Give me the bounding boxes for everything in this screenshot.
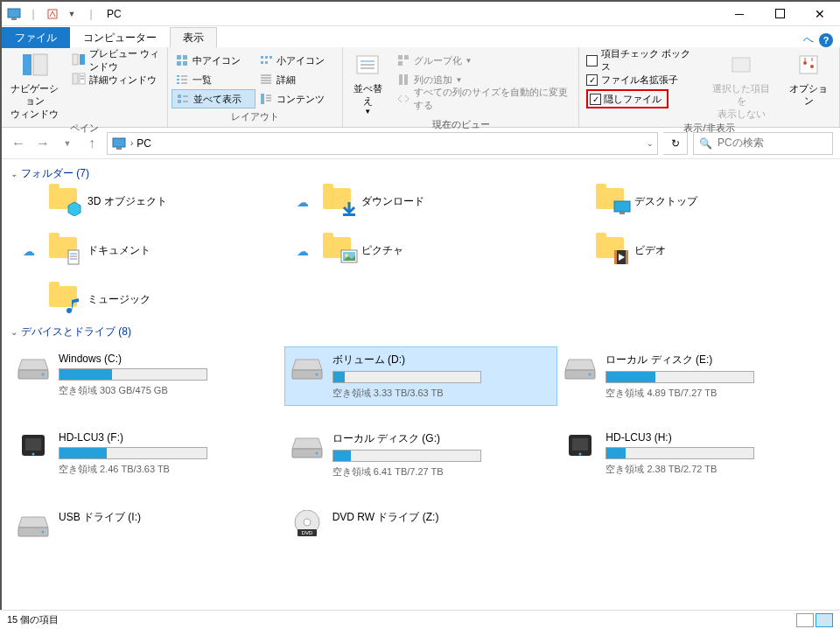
drive-usage-bar (59, 447, 207, 459)
svg-rect-21 (177, 75, 179, 77)
layout-content[interactable]: コンテンツ (256, 89, 340, 108)
svg-rect-22 (177, 79, 179, 80)
folder-item[interactable]: デスクトップ (557, 188, 831, 214)
tab-view[interactable]: 表示 (170, 27, 217, 48)
drive-name: ボリューム (D:) (332, 353, 550, 367)
status-bar: 15 個の項目 (1, 610, 840, 629)
preview-pane-button[interactable]: プレビュー ウィンドウ (68, 51, 164, 70)
svg-rect-81 (572, 438, 588, 451)
drive-freespace: 空き領域 2.38 TB/2.72 TB (606, 463, 823, 476)
folder-icon (323, 188, 354, 214)
details-pane-button[interactable]: 詳細ウィンドウ (68, 70, 164, 89)
search-placeholder: PCの検索 (718, 136, 764, 150)
file-extensions-toggle[interactable]: ✓ファイル名拡張子 (583, 70, 701, 89)
back-button[interactable]: ← (9, 134, 28, 153)
sort-by-button[interactable]: 並べ替え▼ (346, 51, 389, 118)
drive-icon (290, 353, 324, 381)
search-box[interactable]: 🔍 PCの検索 (693, 132, 833, 155)
drive-usage-bar (332, 450, 481, 462)
drive-item[interactable]: HD-LCU3 (H:)空き領域 2.38 TB/2.72 TB (557, 425, 831, 485)
drive-freespace: 空き領域 3.33 TB/3.63 TB (332, 387, 550, 400)
hide-selected-button: 選択した項目を 表示しない (704, 51, 778, 122)
folder-item[interactable]: ミュージック (10, 286, 284, 312)
svg-rect-13 (183, 55, 187, 59)
view-tiles-icon[interactable] (816, 613, 833, 627)
folder-name: ピクチャ (361, 243, 403, 258)
svg-rect-12 (177, 55, 181, 59)
qat-properties[interactable] (44, 5, 61, 23)
drive-name: ローカル ディスク (E:) (606, 353, 823, 367)
folder-item[interactable]: ☁ドキュメント (10, 237, 284, 263)
svg-rect-32 (178, 100, 181, 103)
svg-point-74 (589, 374, 592, 376)
svg-rect-17 (265, 56, 268, 59)
close-button[interactable]: ✕ (800, 2, 840, 26)
cloud-sync-icon: ☁ (297, 195, 309, 209)
title-bar: | ▼ | PC ─ ✕ (2, 2, 840, 26)
drive-icon: DVD (290, 510, 324, 538)
history-dropdown[interactable]: ▼ (58, 134, 77, 153)
layout-details[interactable]: 詳細 (256, 70, 340, 89)
minimize-button[interactable]: ─ (719, 2, 760, 26)
tab-computer[interactable]: コンピューター (70, 27, 170, 48)
layout-tiles[interactable]: 並べて表示 (172, 89, 256, 108)
qat-dropdown[interactable]: ▼ (63, 5, 80, 23)
drives-section-header[interactable]: ⌄デバイスとドライブ (8) (10, 325, 831, 339)
up-button[interactable]: ↑ (82, 134, 102, 153)
currentview-group-label: 現在のビュー (346, 118, 575, 133)
folders-section-header[interactable]: ⌄フォルダー (7) (10, 166, 831, 181)
svg-point-50 (803, 61, 807, 65)
svg-point-70 (42, 374, 45, 376)
drive-item[interactable]: ローカル ディスク (G:)空き領域 6.41 TB/7.27 TB (284, 425, 558, 485)
options-button[interactable]: オプション (781, 51, 836, 109)
layout-small-icons[interactable]: 小アイコン (256, 51, 340, 70)
svg-rect-8 (73, 73, 78, 84)
svg-rect-35 (261, 94, 264, 104)
refresh-button[interactable]: ↻ (663, 132, 688, 155)
svg-rect-49 (800, 56, 817, 73)
svg-rect-1 (11, 17, 17, 20)
drive-name: Windows (C:) (59, 353, 276, 365)
address-bar[interactable]: › PC ⌄ (107, 132, 658, 155)
svg-rect-57 (620, 212, 625, 214)
folder-item[interactable]: ビデオ (557, 237, 831, 263)
view-details-icon[interactable] (796, 613, 814, 627)
svg-rect-53 (116, 147, 122, 150)
tab-file[interactable]: ファイル (2, 27, 70, 48)
size-columns-button[interactable]: すべての列のサイズを自動的に変更する (393, 89, 575, 108)
svg-marker-54 (68, 202, 80, 216)
window-title: PC (107, 8, 122, 20)
drive-usage-bar (606, 371, 754, 383)
svg-point-77 (32, 453, 35, 456)
drive-item[interactable]: ローカル ディスク (E:)空き領域 4.89 TB/7.27 TB (557, 346, 831, 406)
collapse-ribbon-icon[interactable]: へ (803, 32, 814, 47)
svg-point-51 (810, 65, 814, 68)
drive-item[interactable]: Windows (C:)空き領域 303 GB/475 GB (10, 346, 284, 406)
drive-item[interactable]: DVDDVD RW ドライブ (Z:) (284, 504, 558, 544)
drive-item[interactable]: ボリューム (D:)空き領域 3.33 TB/3.63 TB (284, 346, 558, 406)
folder-item[interactable]: ☁ダウンロード (284, 188, 558, 214)
navigation-pane-button[interactable]: ナビゲーション ウィンドウ (5, 51, 65, 122)
forward-button[interactable]: → (33, 134, 52, 153)
help-icon[interactable]: ? (819, 33, 833, 47)
breadcrumb-pc[interactable]: PC (136, 137, 151, 150)
group-by-button[interactable]: グループ化 ▼ (393, 51, 575, 70)
drive-item[interactable]: USB ドライブ (I:) (10, 504, 284, 544)
cloud-sync-icon: ☁ (23, 244, 35, 258)
layout-medium-icons[interactable]: 中アイコン (172, 51, 256, 70)
qat-separator: | (82, 5, 100, 23)
svg-point-64 (345, 254, 348, 257)
drive-item[interactable]: HD-LCU3 (F:)空き領域 2.46 TB/3.63 TB (10, 425, 284, 485)
maximize-button[interactable] (760, 2, 800, 26)
svg-rect-18 (270, 56, 272, 59)
item-checkboxes-toggle[interactable]: 項目チェック ボックス (583, 51, 701, 70)
folder-item[interactable]: 3D オブジェクト (10, 188, 284, 214)
layout-list[interactable]: 一覧 (172, 70, 256, 89)
folder-item[interactable]: ☁ピクチャ (284, 237, 558, 263)
svg-rect-46 (399, 74, 402, 85)
address-dropdown[interactable]: ⌄ (647, 139, 654, 148)
drive-name: ローカル ディスク (G:) (332, 431, 550, 446)
folder-name: ダウンロード (361, 194, 424, 209)
chevron-down-icon: ⌄ (10, 169, 18, 178)
hidden-files-toggle[interactable]: ✓ 隠しファイル (583, 89, 701, 108)
